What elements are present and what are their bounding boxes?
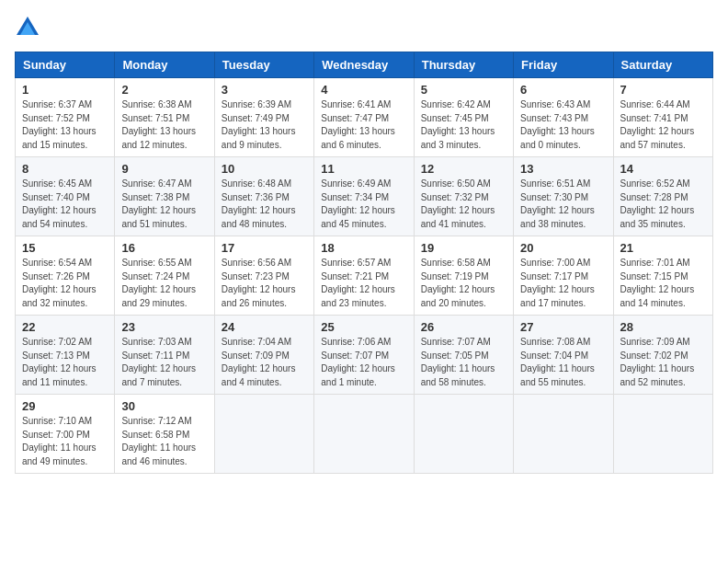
calendar-cell: 28Sunrise: 7:09 AMSunset: 7:02 PMDayligh… [613,316,712,395]
day-header-sunday: Sunday [16,52,115,78]
day-number: 16 [121,241,207,255]
calendar-cell: 11Sunrise: 6:49 AMSunset: 7:34 PMDayligh… [314,157,414,236]
day-number: 12 [421,162,506,176]
calendar-cell: 7Sunrise: 6:44 AMSunset: 7:41 PMDaylight… [613,78,712,157]
day-info: Sunrise: 7:09 AMSunset: 7:02 PMDaylight:… [620,336,706,389]
calendar-cell: 8Sunrise: 6:45 AMSunset: 7:40 PMDaylight… [16,157,115,236]
day-header-tuesday: Tuesday [214,52,313,78]
calendar-cell [414,395,513,474]
day-number: 27 [520,320,606,334]
calendar-cell [314,395,414,474]
day-number: 30 [121,399,207,413]
day-info: Sunrise: 7:00 AMSunset: 7:17 PMDaylight:… [520,257,606,310]
calendar-cell: 24Sunrise: 7:04 AMSunset: 7:09 PMDayligh… [214,316,313,395]
calendar-cell: 23Sunrise: 7:03 AMSunset: 7:11 PMDayligh… [115,316,214,395]
calendar-cell: 13Sunrise: 6:51 AMSunset: 7:30 PMDayligh… [514,157,613,236]
calendar-cell: 19Sunrise: 6:58 AMSunset: 7:19 PMDayligh… [414,236,513,316]
calendar-cell [514,395,613,474]
day-info: Sunrise: 7:12 AMSunset: 6:58 PMDaylight:… [121,415,207,468]
day-info: Sunrise: 6:56 AMSunset: 7:23 PMDaylight:… [222,257,307,310]
day-info: Sunrise: 7:10 AMSunset: 7:00 PMDaylight:… [22,415,108,468]
day-info: Sunrise: 6:54 AMSunset: 7:26 PMDaylight:… [22,257,108,310]
day-number: 6 [520,83,606,97]
day-number: 13 [520,162,606,176]
calendar-week-row: 29Sunrise: 7:10 AMSunset: 7:00 PMDayligh… [16,395,713,474]
day-number: 9 [121,162,207,176]
calendar-cell: 5Sunrise: 6:42 AMSunset: 7:45 PMDaylight… [414,78,513,157]
day-info: Sunrise: 7:03 AMSunset: 7:11 PMDaylight:… [121,336,207,389]
day-info: Sunrise: 7:02 AMSunset: 7:13 PMDaylight:… [22,336,108,389]
day-info: Sunrise: 6:41 AMSunset: 7:47 PMDaylight:… [321,98,406,152]
calendar-cell: 14Sunrise: 6:52 AMSunset: 7:28 PMDayligh… [613,157,712,236]
day-header-monday: Monday [115,52,214,78]
day-info: Sunrise: 6:58 AMSunset: 7:19 PMDaylight:… [421,257,506,310]
day-number: 22 [22,320,108,334]
calendar-cell: 29Sunrise: 7:10 AMSunset: 7:00 PMDayligh… [16,395,115,474]
calendar-cell: 18Sunrise: 6:57 AMSunset: 7:21 PMDayligh… [314,236,414,316]
calendar-cell: 22Sunrise: 7:02 AMSunset: 7:13 PMDayligh… [16,316,115,395]
calendar-cell: 9Sunrise: 6:47 AMSunset: 7:38 PMDaylight… [115,157,214,236]
day-number: 3 [222,83,307,97]
day-number: 24 [222,320,307,334]
calendar-cell: 26Sunrise: 7:07 AMSunset: 7:05 PMDayligh… [414,316,513,395]
day-number: 11 [321,162,406,176]
day-info: Sunrise: 6:57 AMSunset: 7:21 PMDaylight:… [321,257,406,310]
day-info: Sunrise: 6:42 AMSunset: 7:45 PMDaylight:… [421,98,506,152]
day-info: Sunrise: 6:47 AMSunset: 7:38 PMDaylight:… [121,178,207,231]
calendar-week-row: 22Sunrise: 7:02 AMSunset: 7:13 PMDayligh… [16,316,713,395]
calendar-cell [613,395,712,474]
day-info: Sunrise: 6:44 AMSunset: 7:41 PMDaylight:… [620,98,706,152]
calendar-cell: 15Sunrise: 6:54 AMSunset: 7:26 PMDayligh… [16,236,115,316]
day-info: Sunrise: 6:52 AMSunset: 7:28 PMDaylight:… [620,178,706,231]
day-number: 5 [421,83,506,97]
calendar-week-row: 1Sunrise: 6:37 AMSunset: 7:52 PMDaylight… [16,78,713,157]
calendar-header-row: SundayMondayTuesdayWednesdayThursdayFrid… [16,52,713,78]
day-info: Sunrise: 7:01 AMSunset: 7:15 PMDaylight:… [620,257,706,310]
day-number: 19 [421,241,506,255]
day-number: 8 [22,162,108,176]
day-header-wednesday: Wednesday [314,52,414,78]
day-info: Sunrise: 6:50 AMSunset: 7:32 PMDaylight:… [421,178,506,231]
day-info: Sunrise: 6:49 AMSunset: 7:34 PMDaylight:… [321,178,406,231]
day-header-friday: Friday [514,52,613,78]
day-number: 17 [222,241,307,255]
calendar-cell: 25Sunrise: 7:06 AMSunset: 7:07 PMDayligh… [314,316,414,395]
calendar-cell: 10Sunrise: 6:48 AMSunset: 7:36 PMDayligh… [214,157,313,236]
calendar-cell: 6Sunrise: 6:43 AMSunset: 7:43 PMDaylight… [514,78,613,157]
day-info: Sunrise: 7:06 AMSunset: 7:07 PMDaylight:… [321,336,406,389]
day-number: 10 [222,162,307,176]
day-info: Sunrise: 6:48 AMSunset: 7:36 PMDaylight:… [222,178,307,231]
calendar-cell: 4Sunrise: 6:41 AMSunset: 7:47 PMDaylight… [314,78,414,157]
day-header-saturday: Saturday [613,52,712,78]
day-info: Sunrise: 6:38 AMSunset: 7:51 PMDaylight:… [121,98,207,152]
calendar-cell: 17Sunrise: 6:56 AMSunset: 7:23 PMDayligh… [214,236,313,316]
calendar-cell: 21Sunrise: 7:01 AMSunset: 7:15 PMDayligh… [613,236,712,316]
day-number: 15 [22,241,108,255]
day-number: 29 [22,399,108,413]
calendar-cell: 27Sunrise: 7:08 AMSunset: 7:04 PMDayligh… [514,316,613,395]
day-number: 1 [22,83,108,97]
day-number: 23 [121,320,207,334]
logo [15,15,44,40]
calendar-cell: 3Sunrise: 6:39 AMSunset: 7:49 PMDaylight… [214,78,313,157]
day-info: Sunrise: 6:37 AMSunset: 7:52 PMDaylight:… [22,98,108,152]
calendar-cell: 12Sunrise: 6:50 AMSunset: 7:32 PMDayligh… [414,157,513,236]
day-info: Sunrise: 7:08 AMSunset: 7:04 PMDaylight:… [520,336,606,389]
calendar-cell: 30Sunrise: 7:12 AMSunset: 6:58 PMDayligh… [115,395,214,474]
calendar-week-row: 15Sunrise: 6:54 AMSunset: 7:26 PMDayligh… [16,236,713,316]
day-info: Sunrise: 6:43 AMSunset: 7:43 PMDaylight:… [520,98,606,152]
day-info: Sunrise: 6:39 AMSunset: 7:49 PMDaylight:… [222,98,307,152]
calendar-cell: 20Sunrise: 7:00 AMSunset: 7:17 PMDayligh… [514,236,613,316]
day-number: 25 [321,320,406,334]
day-number: 4 [321,83,406,97]
day-header-thursday: Thursday [414,52,513,78]
day-info: Sunrise: 7:04 AMSunset: 7:09 PMDaylight:… [222,336,307,389]
day-number: 20 [520,241,606,255]
logo-icon [15,15,40,40]
day-number: 21 [620,241,706,255]
calendar-cell: 1Sunrise: 6:37 AMSunset: 7:52 PMDaylight… [16,78,115,157]
calendar-week-row: 8Sunrise: 6:45 AMSunset: 7:40 PMDaylight… [16,157,713,236]
day-number: 28 [620,320,706,334]
calendar-cell [214,395,313,474]
page-header [15,15,713,40]
